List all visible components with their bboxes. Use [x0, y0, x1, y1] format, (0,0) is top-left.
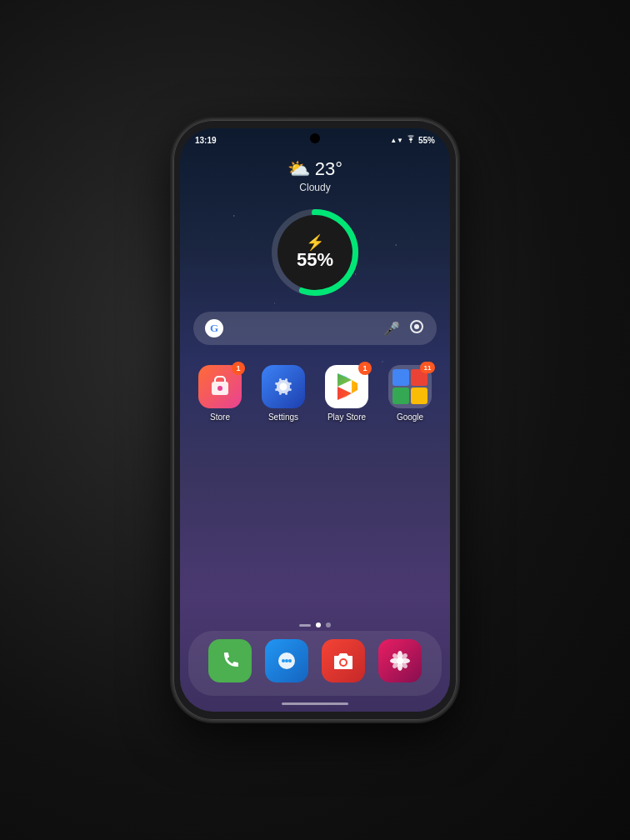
store-label: Store — [210, 412, 230, 422]
page-dot-2 — [326, 622, 331, 628]
app-play-store[interactable]: 1 — [320, 365, 373, 611]
weather-temperature: 23° — [315, 158, 342, 180]
search-action-icons: 🎤 — [383, 318, 425, 338]
svg-point-15 — [288, 659, 292, 662]
svg-point-13 — [282, 659, 285, 662]
home-bar — [282, 702, 348, 705]
app-google-folder[interactable]: 11 Google — [383, 365, 437, 611]
phone-screen: 13:19 ▲▼ 55% ⛅ 23° Cloudy — [180, 128, 450, 712]
home-indicator[interactable] — [180, 702, 450, 712]
store-badge: 1 — [232, 362, 245, 375]
app-settings[interactable]: Settings — [257, 365, 310, 611]
battery-widget: ⚡ 55% — [180, 198, 450, 307]
playstore-badge: 1 — [358, 362, 372, 375]
dock-phone[interactable] — [205, 639, 255, 682]
charging-bolt-icon: ⚡ — [306, 235, 324, 250]
search-bar[interactable]: G 🎤 — [193, 312, 437, 345]
app-store[interactable]: 1 Store — [193, 365, 247, 611]
svg-marker-6 — [338, 373, 352, 387]
battery-percentage: 55% — [297, 250, 333, 270]
battery-status: 55% — [418, 136, 435, 145]
svg-point-5 — [218, 386, 222, 391]
signal-icon: ▲▼ — [390, 137, 403, 144]
google-g-button[interactable]: G — [205, 319, 223, 338]
svg-point-14 — [285, 659, 288, 662]
google-badge: 11 — [420, 362, 435, 373]
weather-icon: ⛅ — [288, 158, 310, 180]
store-icon-wrapper: 1 — [198, 365, 242, 408]
page-indicators — [180, 619, 450, 631]
punch-hole-camera — [310, 133, 320, 143]
google-g-label: G — [210, 322, 218, 335]
folder-mini-4 — [411, 388, 428, 404]
page-indicator-lines — [299, 624, 311, 627]
dock-bixby[interactable] — [375, 639, 425, 682]
folder-mini-1 — [392, 369, 409, 386]
microphone-icon[interactable]: 🎤 — [383, 321, 400, 337]
app-grid: 1 Store — [180, 350, 450, 619]
phone-icon — [208, 639, 252, 682]
bixby-icon — [378, 639, 422, 682]
phone-device: 13:19 ▲▼ 55% ⛅ 23° Cloudy — [173, 120, 457, 720]
app-dock — [188, 631, 442, 696]
svg-point-3 — [414, 324, 419, 329]
folder-mini-3 — [392, 388, 409, 404]
playstore-label: Play Store — [328, 412, 366, 422]
weather-widget: ⛅ 23° Cloudy — [180, 148, 450, 198]
status-time: 13:19 — [195, 136, 217, 145]
lens-icon[interactable] — [408, 318, 425, 338]
dock-messages[interactable] — [262, 639, 312, 682]
settings-icon-wrapper — [262, 365, 305, 408]
battery-circle: ⚡ 55% — [269, 207, 361, 298]
page-dot-active — [316, 622, 321, 628]
svg-point-17 — [341, 660, 346, 665]
google-label: Google — [397, 412, 423, 422]
settings-label: Settings — [268, 412, 298, 422]
google-icon-wrapper: 11 — [388, 365, 432, 408]
wifi-icon — [406, 135, 416, 145]
svg-marker-7 — [338, 387, 352, 400]
weather-condition: Cloudy — [180, 182, 450, 193]
battery-inner: ⚡ 55% — [278, 215, 352, 290]
playstore-icon-wrapper: 1 — [325, 365, 368, 408]
settings-icon — [262, 365, 305, 408]
camera-icon — [322, 639, 365, 682]
status-right: ▲▼ 55% — [390, 135, 435, 145]
messages-icon — [265, 639, 308, 682]
dock-camera[interactable] — [318, 639, 368, 682]
